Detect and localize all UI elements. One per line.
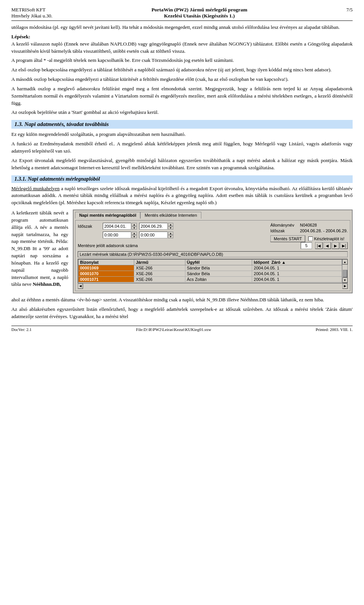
page-header: METRISoft KFT Hmvhely Jókai u.30. PortaW… <box>11 7 353 21</box>
mentesre-row: Mentésre jelölt adatsorok száma 5 |◀ ◀ ▶… <box>78 242 348 249</box>
cell-ugyfel-3: Ács Zoltán <box>185 277 252 282</box>
table-scroll: Bizonylat Jármű Ügyfél Időpont Záró ▲ 00… <box>78 259 342 283</box>
cell-idopont-2: 2004.04.05. 1 <box>252 271 342 277</box>
spin-up-t1[interactable]: ▲ <box>132 232 137 235</box>
section-1-3-body1: Ez egy külön megrendelendő szolgáltatás,… <box>11 131 353 138</box>
col-text: A keletkezett táblák nevét a program aut… <box>11 210 68 290</box>
idoszak-dates-value: 2004.06.28. - 2004.06.29. <box>300 228 348 233</box>
col-idopont: Időpont Záró ▲ <box>252 260 342 265</box>
idoszak-label: Időszak <box>78 224 100 228</box>
scroll-thumb[interactable] <box>343 270 347 277</box>
spin-down-t1[interactable]: ▼ <box>132 235 137 238</box>
header-right: 7/5 <box>346 7 353 13</box>
cell-bizonylat-3: 00001071 <box>78 277 134 282</box>
lepesek-label: Lépések: <box>11 34 30 39</box>
tab-mentes-elkuldese[interactable]: Mentés elküldése Interneten <box>140 212 201 219</box>
cell-jarmu-3: XSE-266 <box>134 277 185 282</box>
footer-file: File:D:\R\PW2\Leiras\Kezut\KUKieg01.sxw <box>136 327 211 332</box>
paragraph-7: Az oszlopok bejelölése után a 'Start' go… <box>11 109 353 116</box>
scroll-left-btn[interactable]: ◀ <box>78 284 83 289</box>
paragraph-3: A program által * -al megjelölt tételek … <box>11 57 353 64</box>
nav-buttons: |◀ ◀ ▶ ▶| <box>315 242 348 249</box>
subtitle: Kezelési Utasítás (Kiegészítés 1.) <box>52 13 346 19</box>
idoszak-dates-row: Időszak 2004.06.28. - 2004.06.29. <box>270 228 348 233</box>
dialog-tabs: Napi mentés mérlegnaplóból Mentés elküld… <box>75 212 350 219</box>
col-bizonylat: Bizonylat <box>78 260 134 265</box>
idoszak-row: Időszak ▲ ▼ <box>78 223 263 230</box>
spin-down-t2[interactable]: ▼ <box>168 235 173 238</box>
time-row: ▲ ▼ ▲ ▼ <box>78 232 263 238</box>
cell-jarmu-1: XSE-266 <box>134 265 185 271</box>
lezart-label: Lezárt mérések táblázata (D:\R\PW2\S-033… <box>78 251 348 257</box>
data-table: Bizonylat Jármű Ügyfél Időpont Záró ▲ 00… <box>78 259 342 282</box>
table-body: 00001069 XSE-266 Sándor Béla 2004.04.05.… <box>78 265 342 282</box>
scroll-right-btn[interactable]: ▶ <box>342 284 348 289</box>
dialog-body: Időszak ▲ ▼ <box>75 220 350 291</box>
nav-next-btn[interactable]: ▶ <box>332 242 339 249</box>
time2-spin: ▲ ▼ <box>168 232 173 238</box>
col-jarmu: Jármű <box>134 260 185 265</box>
nav-last-btn[interactable]: ▶| <box>340 242 348 249</box>
cell-idopont-1: 2004.04.05. 1 <box>252 265 342 271</box>
allamanynev-label: Állománynév <box>270 223 297 227</box>
footer-printed: Printed: 2003. VIII. 1. <box>315 327 353 332</box>
date1-spin: ▲ ▼ <box>132 223 137 230</box>
cell-ugyfel-1: Sándor Béla <box>185 265 252 271</box>
page-number: 7/5 <box>346 7 353 13</box>
scroll-up-btn[interactable]: ▲ <box>342 259 348 265</box>
mentesre-value: 5 <box>301 242 312 249</box>
time1-spin: ▲ ▼ <box>132 232 137 238</box>
paragraph-6: A harmadik oszlop a meglevő adatsorokra … <box>11 85 353 107</box>
allamanynev-value: N040628 <box>300 223 317 227</box>
right-info: Állománynév N040628 Időszak 2004.06.28. … <box>270 223 348 242</box>
program-title: PortaWin (PW2) Jármű mérlegelő program <box>52 7 346 13</box>
footer-docver: DocVer: 2.1 <box>11 327 31 332</box>
itt-text: Itt <box>33 246 37 251</box>
cell-jarmu-2: XSE-266 <box>134 271 185 277</box>
paragraph-1: utólagos módosítása (pl. egy ügyfél nevé… <box>11 24 353 31</box>
cell-ugyfel-2: Sándor Béla <box>185 271 252 277</box>
spin-down-2[interactable]: ▼ <box>168 226 173 230</box>
scroll-down-btn[interactable]: ▼ <box>342 277 348 283</box>
cell-idopont-3: 2004.04.05. 1 <box>252 277 342 282</box>
nav-prev-btn[interactable]: ◀ <box>323 242 331 249</box>
spin-up-1[interactable]: ▲ <box>132 223 137 226</box>
keszletnaplo-label: Készletnaplót is! <box>314 236 344 241</box>
table-header: Bizonylat Jármű Ügyfél Időpont Záró ▲ <box>78 260 342 265</box>
keszletnaplo-checkbox[interactable] <box>308 236 313 241</box>
spin-up-t2[interactable]: ▲ <box>168 232 173 235</box>
col-text-1: A keletkezett táblák nevét a program aut… <box>11 210 68 288</box>
nav-first-btn[interactable]: |◀ <box>315 242 323 249</box>
table-row[interactable]: 00001070 XSE-266 Sándor Béla 2004.04.05.… <box>78 271 342 277</box>
time2-input[interactable] <box>139 232 168 238</box>
neehhnn-bold: Nééhhnn.DB, <box>33 281 61 287</box>
table-row[interactable]: 00001071 XSE-266 Ács Zoltán 2004.04.05. … <box>78 277 342 282</box>
paragraph-2: Lépések: A kezelő válasszon napló (Ennek… <box>11 33 353 55</box>
dialog-widget: Napi mentés mérlegnaplóból Mentés elküld… <box>73 210 353 293</box>
date2-spin: ▲ ▼ <box>168 223 173 230</box>
header-left: METRISoft KFT Hmvhely Jókai u.30. <box>11 7 52 19</box>
section-1-3-body3: Az Export útvonalak megfelelő megválaszt… <box>11 157 353 172</box>
keszletnaplo-check[interactable]: Készletnaplót is! <box>308 236 344 241</box>
mentesre-label: Mentésre jelölt adatsorok száma <box>78 243 298 248</box>
company-address: Hmvhely Jókai u.30. <box>11 13 52 19</box>
time1-input[interactable] <box>103 232 131 238</box>
header-center: PortaWin (PW2) Jármű mérlegelő program K… <box>52 7 346 19</box>
table-row[interactable]: 00001069 XSE-266 Sándor Béla 2004.04.05.… <box>78 265 342 271</box>
lepesek-body: A kezelő válasszon napló (Ennek neve ált… <box>11 41 353 54</box>
tab-napi-mentes[interactable]: Napi mentés mérlegnaplóból <box>75 212 140 219</box>
company-name: METRISoft KFT <box>11 7 52 13</box>
paragraph-after-1: ahol az ééhhnn a mentés dátuma <év-hó-na… <box>11 296 353 304</box>
subsection-1-3-1-title: 1.3.1. Napi adatmentés mérlegnaplóból <box>11 175 353 183</box>
mentes-start-btn[interactable]: Mentés START <box>270 235 305 242</box>
paragraph-after-2: Az alsó ablakrészben egyszerűsített list… <box>11 306 353 320</box>
dialog-outer: Napi mentés mérlegnaplóból Mentés elküld… <box>73 210 353 293</box>
date2-input[interactable] <box>139 223 168 230</box>
paragraph-5: A második oszlop bekapcsolása engedélyez… <box>11 76 353 83</box>
date1-input[interactable] <box>103 223 131 230</box>
merlegelo-underline: Mérlegelő munkahelyen <box>11 186 60 191</box>
scrollbar-vertical[interactable]: ▲ ▼ <box>342 259 347 283</box>
spin-up-2[interactable]: ▲ <box>168 223 173 226</box>
scrollbar-horizontal[interactable]: ◀ ▶ <box>78 283 348 288</box>
spin-down-1[interactable]: ▼ <box>132 226 137 230</box>
